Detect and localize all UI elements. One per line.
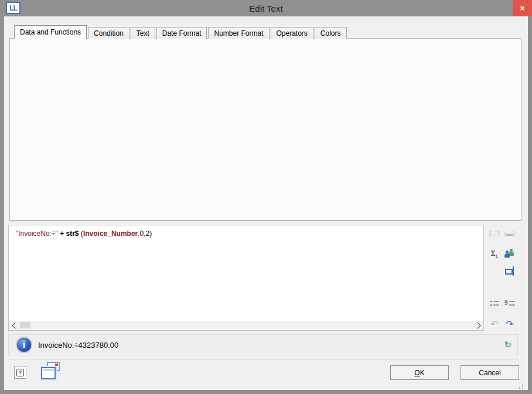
tab-stop-icon — [505, 266, 514, 276]
refresh-button[interactable]: ↻ — [504, 335, 511, 355]
close-icon: × — [520, 4, 524, 13]
format-list-button[interactable] — [488, 297, 501, 310]
ok-button[interactable]: OK — [390, 365, 449, 380]
chevron-left-icon — [12, 322, 18, 328]
auto-format-button[interactable]: 9 — [503, 297, 516, 310]
formula-token: + — [58, 229, 66, 238]
titlebar[interactable]: LL Edit Text × — [0, 0, 532, 16]
tab-stop-button[interactable] — [503, 265, 516, 277]
tab-page — [9, 38, 521, 221]
editor-horizontal-scrollbar[interactable] — [9, 321, 483, 330]
scroll-left-icon[interactable] — [9, 321, 19, 330]
edit-text-dialog: LL Edit Text × Data and Functions Condit… — [0, 0, 532, 394]
footer-divider — [8, 359, 518, 359]
list-icon — [490, 300, 499, 308]
tab-date-format[interactable]: Date Format — [156, 27, 207, 39]
formula-token: ,0,2) — [138, 229, 152, 238]
cascade-windows-button[interactable] — [40, 361, 62, 383]
formula-text[interactable]: "InvoiceNo:÷" + str$ (Invoice_Number,0,2… — [16, 229, 152, 238]
numbered-list-icon: 9 — [504, 300, 515, 308]
formula-token: ÷ — [52, 229, 56, 238]
undo-button[interactable]: ↶ — [488, 317, 501, 330]
choose-data-button[interactable] — [503, 247, 516, 260]
close-button[interactable]: × — [513, 0, 532, 16]
insert-parentheses-button[interactable]: (▬) — [503, 227, 516, 240]
window-front-icon — [41, 367, 56, 379]
result-preview-bar: i InvoiceNo:÷4323780.00 ↻ — [8, 334, 518, 355]
undo-icon: ↶ — [490, 318, 498, 330]
help-button[interactable]: ? — [14, 366, 26, 379]
parentheses-icon: (▬) — [504, 230, 515, 237]
formula-token: ( — [79, 229, 83, 238]
tab-colors[interactable]: Colors — [315, 27, 347, 39]
resize-grip[interactable] — [522, 385, 523, 386]
cancel-button[interactable]: Cancel — [461, 365, 519, 380]
tab-condition[interactable]: Condition — [88, 27, 129, 39]
chevron-right-icon — [474, 322, 480, 328]
braces-icon: {↔} — [489, 230, 500, 237]
redo-button[interactable]: ↷ — [503, 317, 516, 330]
info-icon: i — [16, 337, 32, 353]
formula-editor[interactable]: "InvoiceNo:÷" + str$ (Invoice_Number,0,2… — [8, 225, 484, 331]
tab-text[interactable]: Text — [131, 27, 155, 39]
refresh-icon: ↻ — [504, 340, 511, 350]
scrollbar-thumb[interactable] — [20, 322, 30, 328]
scroll-right-icon[interactable] — [473, 321, 483, 330]
dialog-title: Edit Text — [0, 4, 532, 13]
sum-icon: ΣΣ — [491, 249, 499, 259]
tab-strip: Data and Functions Condition Text Date F… — [14, 25, 347, 39]
tab-number-format[interactable]: Number Format — [208, 27, 269, 39]
users-icon — [504, 249, 515, 258]
tab-data-and-functions[interactable]: Data and Functions — [14, 25, 87, 39]
formula-token: "InvoiceNo: — [16, 229, 52, 238]
sum-button[interactable]: ΣΣ — [488, 247, 501, 260]
redo-icon: ↷ — [506, 318, 513, 330]
result-preview-text: InvoiceNo:÷4323780.00 — [38, 335, 118, 355]
insert-braces-button[interactable]: {↔} — [488, 227, 501, 240]
formula-token: str$ — [66, 229, 79, 238]
help-icon: ? — [16, 369, 24, 376]
tab-operators[interactable]: Operators — [271, 27, 313, 39]
formula-token: Invoice_Number — [83, 229, 138, 238]
